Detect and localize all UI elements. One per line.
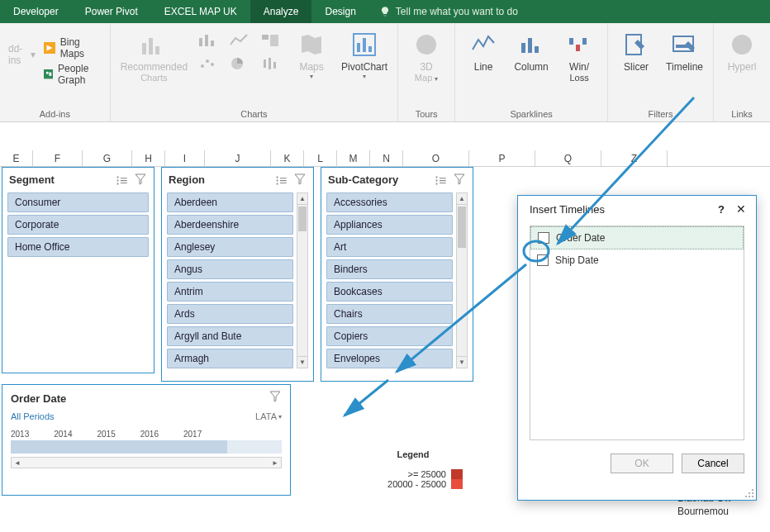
- recommended-charts-button[interactable]: Recommended Charts: [119, 28, 189, 86]
- people-graph-button[interactable]: People Graph: [44, 63, 102, 86]
- slicer-item[interactable]: Copiers: [326, 326, 453, 346]
- legend-title: Legend: [364, 449, 463, 459]
- col-P[interactable]: P: [469, 150, 535, 166]
- slicer-item[interactable]: Anglesey: [167, 237, 293, 257]
- timeline-granularity[interactable]: LATA▾: [255, 411, 282, 421]
- col-I[interactable]: I: [165, 150, 205, 166]
- sparkline-winloss-button[interactable]: Win/ Loss: [559, 28, 599, 86]
- recommended-charts-label2: Charts: [140, 73, 167, 83]
- scrollbar[interactable]: ▲ ▼: [456, 192, 468, 368]
- legend-range-2: 20000 - 25000: [387, 479, 446, 489]
- scroll-up-icon[interactable]: ▲: [297, 193, 307, 205]
- timeline-bar[interactable]: [11, 440, 282, 454]
- pivotchart-button[interactable]: PivotChart ▾: [340, 28, 389, 83]
- bing-maps-label: Bing Maps: [60, 36, 102, 59]
- tab-excelmapuk[interactable]: EXCEL MAP UK: [151, 0, 250, 23]
- slicer-item[interactable]: Accessories: [326, 192, 453, 212]
- year-label: 2013: [11, 430, 29, 439]
- timeline-scrollbar[interactable]: ◄ ►: [11, 457, 282, 468]
- checkbox-icon[interactable]: [538, 232, 549, 244]
- dialog-option-ship-date[interactable]: Ship Date: [530, 249, 744, 271]
- col-H[interactable]: H: [132, 150, 165, 166]
- 3d-map-button[interactable]: 3D Map ▾: [406, 28, 446, 86]
- slicer-item[interactable]: Envelopes: [326, 349, 453, 368]
- tell-me-box[interactable]: Tell me what you want to do: [369, 0, 528, 23]
- slicer-item[interactable]: Aberdeen: [167, 192, 293, 212]
- col-K[interactable]: K: [271, 150, 304, 166]
- hyperlink-button[interactable]: Hyperl: [722, 28, 762, 76]
- slicer-item[interactable]: Aberdeenshire: [167, 215, 293, 235]
- chart-type-bar-icon[interactable]: [197, 33, 221, 51]
- dialog-option-order-date[interactable]: Order Date: [530, 226, 744, 249]
- chart-type-scatter-icon[interactable]: [197, 56, 221, 74]
- timeline-order-date[interactable]: Order Date All Periods LATA▾ 2013 2014 2…: [2, 384, 291, 496]
- clear-filter-icon[interactable]: [293, 173, 307, 186]
- slicer-item[interactable]: Armagh: [167, 349, 293, 368]
- col-G[interactable]: G: [83, 150, 132, 166]
- dialog-close-button[interactable]: ✕: [736, 202, 746, 216]
- slicer-item[interactable]: Angus: [167, 259, 293, 279]
- multiselect-icon[interactable]: ⁝≡: [435, 173, 448, 186]
- svg-point-12: [201, 64, 204, 68]
- slicer-item-homeoffice[interactable]: Home Office: [7, 237, 149, 257]
- slicer-item-corporate[interactable]: Corporate: [7, 215, 149, 235]
- col-E[interactable]: E: [0, 150, 33, 166]
- slicer-item[interactable]: Chairs: [326, 304, 453, 324]
- bing-maps-button[interactable]: Bing Maps: [44, 36, 102, 59]
- tab-developer[interactable]: Developer: [0, 0, 72, 23]
- col-N[interactable]: N: [370, 150, 403, 166]
- dialog-help-button[interactable]: ?: [718, 203, 725, 216]
- timeline-button[interactable]: Timeline: [664, 28, 705, 76]
- multiselect-icon[interactable]: ⁝≡: [116, 173, 129, 186]
- slicer-segment[interactable]: Segment ⁝≡ Consumer Corporate Home Offic…: [2, 167, 154, 373]
- scroll-right-icon[interactable]: ►: [269, 459, 281, 467]
- slicer-item[interactable]: Bookcases: [326, 282, 453, 302]
- slicer-item[interactable]: Ards: [167, 304, 293, 324]
- dropdown-icon: ▾: [310, 73, 313, 80]
- slicer-item[interactable]: Antrim: [167, 282, 293, 302]
- col-O[interactable]: O: [403, 150, 469, 166]
- col-F[interactable]: F: [33, 150, 83, 166]
- svg-point-38: [749, 496, 750, 497]
- maps-button[interactable]: Maps ▾: [292, 28, 331, 83]
- scroll-up-icon[interactable]: ▲: [457, 193, 467, 205]
- col-Q[interactable]: Q: [535, 150, 601, 166]
- col-L[interactable]: L: [304, 150, 337, 166]
- col-Z[interactable]: Z: [601, 150, 668, 166]
- slicer-item-consumer[interactable]: Consumer: [7, 192, 149, 212]
- col-J[interactable]: J: [205, 150, 271, 166]
- resize-grip-icon[interactable]: [744, 488, 754, 498]
- scroll-thumb[interactable]: [298, 207, 307, 231]
- tab-design[interactable]: Design: [311, 0, 368, 23]
- sparkline-column-button[interactable]: Column: [511, 28, 551, 76]
- clear-filter-icon[interactable]: [134, 173, 147, 186]
- slicer-region[interactable]: Region ⁝≡ Aberdeen Aberdeenshire Anglese…: [161, 167, 314, 382]
- sparkline-line-icon: [470, 31, 497, 58]
- slicer-subcategory[interactable]: Sub-Category ⁝≡ Accessories Appliances A…: [321, 167, 473, 382]
- col-M[interactable]: M: [337, 150, 370, 166]
- chart-type-pie-icon[interactable]: [229, 56, 252, 74]
- tab-analyze[interactable]: Analyze: [250, 0, 312, 23]
- addins-dropdown[interactable]: dd-ins ▾: [8, 43, 36, 66]
- scroll-left-icon[interactable]: ◄: [12, 459, 23, 467]
- sparkline-line-button[interactable]: Line: [463, 28, 503, 76]
- cancel-button[interactable]: Cancel: [682, 454, 744, 473]
- scroll-down-icon[interactable]: ▼: [297, 356, 307, 368]
- slicer-item[interactable]: Binders: [326, 259, 453, 279]
- chart-type-stock-icon[interactable]: [260, 56, 283, 74]
- scrollbar[interactable]: ▲ ▼: [297, 192, 308, 368]
- clear-filter-icon[interactable]: [453, 173, 466, 186]
- chart-type-line-icon[interactable]: [229, 33, 252, 51]
- multiselect-icon[interactable]: ⁝≡: [275, 173, 288, 186]
- slicer-item[interactable]: Appliances: [326, 215, 453, 235]
- checkbox-icon[interactable]: [537, 254, 549, 266]
- scroll-thumb[interactable]: [458, 207, 466, 248]
- ok-button[interactable]: OK: [611, 454, 673, 473]
- slicer-item[interactable]: Art: [326, 237, 453, 257]
- slicer-item[interactable]: Argyll and Bute: [167, 326, 293, 346]
- tab-powerpivot[interactable]: Power Pivot: [72, 0, 151, 23]
- slicer-button[interactable]: Slicer: [616, 28, 656, 76]
- scroll-down-icon[interactable]: ▼: [457, 356, 467, 368]
- chart-type-hierarchy-icon[interactable]: [260, 33, 283, 51]
- clear-filter-icon[interactable]: [269, 390, 282, 406]
